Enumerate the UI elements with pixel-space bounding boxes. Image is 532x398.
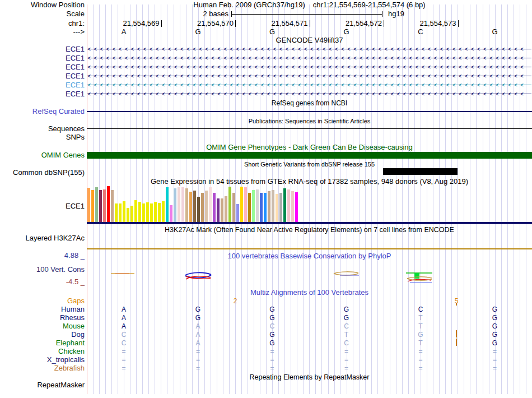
gtex-bar [150, 203, 153, 222]
phylop-max-value: 4.88 _ [0, 252, 85, 260]
range-title: chr1:21,554,569-21,554,574 (6 bp) [313, 1, 426, 9]
gtex-baseline [87, 222, 532, 224]
track-label-refseq-curated[interactable]: RefSeq Curated [0, 108, 85, 115]
gtex-bar [205, 191, 208, 222]
multiz-cell: = [193, 356, 204, 364]
gtex-bar [248, 193, 251, 222]
gtex-bar [225, 196, 227, 222]
transcript-row[interactable]: <<<<<<<<<<<<<<<<<<<<<<<<<<<<<<<<<<<<<<<<… [87, 54, 531, 62]
multiz-cell: = [193, 348, 204, 355]
gtex-bar [256, 189, 259, 222]
multiz-cell: = [489, 356, 501, 364]
gencode-item-label[interactable]: ECE1 [0, 90, 85, 98]
track-label-snps[interactable]: SNPs [0, 133, 85, 141]
track-label-sequences[interactable]: Sequences [0, 125, 85, 133]
strand-label: ---> [0, 28, 85, 36]
gtex-expression-chart[interactable] [87, 185, 300, 222]
species-label[interactable]: Chicken [0, 348, 85, 355]
multiz-cell: G [193, 306, 204, 313]
phylop-mark-4[interactable] [405, 271, 433, 284]
coordinate-label: 21,554,570 [160, 20, 234, 27]
multiz-cell: A [193, 331, 204, 339]
gencode-item-label[interactable]: ECE1 [0, 72, 85, 80]
track-label-gaps[interactable]: Gaps [0, 297, 85, 305]
dbsnp-variant-bar[interactable] [383, 168, 458, 175]
transcript-row[interactable]: <<<<<<<<<<<<<<<<<<<<<<<<<<<<<<<<<<<<<<<<… [87, 63, 531, 71]
phylop-mark-1[interactable] [110, 272, 135, 276]
gtex-bar [283, 188, 286, 222]
base-letter: A [118, 28, 129, 36]
track-label-dbsnp[interactable]: Common dbSNP(155) [0, 169, 85, 177]
gencode-item-label[interactable]: ECE1 [0, 45, 85, 53]
species-label[interactable]: Rhesus [0, 314, 85, 322]
gtex-bar [123, 201, 125, 222]
track-label-gtex-gene[interactable]: ECE1 [0, 202, 85, 210]
gtex-bar [115, 203, 118, 222]
multiz-cell: G [267, 339, 278, 347]
multiz-cell: T [415, 322, 426, 330]
refseq-curated-item[interactable] [87, 111, 532, 112]
gtex-bar [87, 188, 90, 222]
species-label[interactable]: Dog [0, 331, 85, 339]
browser-position-title: Human Feb. 2009 (GRCh37/hg19)chr1:21,554… [87, 1, 532, 9]
track-title-refseq: RefSeq genes from NCBI [87, 99, 532, 107]
multiz-cell: = [415, 364, 426, 372]
gencode-item-label[interactable]: ECE1 [0, 63, 85, 71]
gtex-bar [130, 206, 133, 222]
species-label[interactable]: Human [0, 306, 85, 313]
track-label-omim[interactable]: OMIM Genes [0, 151, 85, 159]
chrom-label: chr1: [0, 20, 85, 27]
transcript-row[interactable]: <<<<<<<<<<<<<<<<<<<<<<<<<<<<<<<<<<<<<<<<… [87, 72, 531, 80]
gtex-bar [276, 194, 278, 222]
gtex-bar [193, 191, 196, 222]
track-title-dbsnp: Short Genetic Variants from dbSNP releas… [87, 160, 532, 168]
omim-gene-bar[interactable] [87, 152, 532, 159]
multiz-cell: A [193, 339, 204, 347]
scale-genome: hg19 [388, 10, 404, 18]
species-label[interactable]: X_tropicalis [0, 356, 85, 364]
track-label-h3k27ac[interactable]: Layered H3K27Ac [0, 234, 85, 242]
multiz-cell: = [267, 348, 278, 355]
multiz-cell: G [489, 322, 501, 330]
track-label-repeatmasker[interactable]: RepeatMasker [0, 381, 85, 389]
transcript-row[interactable]: <<<<<<<<<<<<<<<<<<<<<<<<<<<<<<<<<<<<<<<<… [87, 45, 531, 53]
base-letter: G [193, 28, 204, 36]
gtex-bar [240, 187, 243, 222]
gencode-item-label[interactable]: ECE1 [0, 54, 85, 62]
assembly-title: Human Feb. 2009 (GRCh37/hg19) [193, 1, 305, 9]
gencode-item-label[interactable]: ECE1 [0, 81, 85, 89]
gtex-bar [279, 193, 282, 222]
gtex-bar [213, 193, 216, 222]
gtex-bar [166, 187, 169, 222]
phylop-mark-3[interactable] [333, 271, 360, 277]
strand-arrows: <<<<<<<<<<<<<<<<<<<<<<<<<<<<<<<<<<<<<<<<… [87, 90, 526, 98]
gtex-bar [244, 187, 247, 222]
species-label[interactable]: Mouse [0, 322, 85, 330]
gap-indicator-bar [456, 339, 457, 346]
gtex-bar [119, 203, 122, 222]
gtex-bar [228, 187, 231, 222]
multiz-cell: G [489, 306, 501, 313]
transcript-row[interactable]: <<<<<<<<<<<<<<<<<<<<<<<<<<<<<<<<<<<<<<<<… [87, 81, 531, 89]
multiz-cell: = [489, 348, 501, 355]
gtex-bar [138, 202, 141, 222]
gtex-bar [127, 208, 129, 222]
multiz-cell: C [415, 306, 426, 313]
gtex-bar [111, 190, 114, 222]
phylop-mark-2[interactable] [185, 271, 212, 282]
multiz-cell: C [118, 331, 129, 339]
gtex-bar [170, 205, 172, 222]
gtex-bar [146, 202, 149, 222]
scale-bar [231, 11, 382, 17]
species-label[interactable]: Elephant [0, 339, 85, 347]
gtex-bar [158, 203, 161, 222]
sequences-item[interactable] [87, 128, 532, 129]
multiz-cell: = [415, 356, 426, 364]
species-label[interactable]: Zebrafish [0, 364, 85, 372]
track-label-conservation[interactable]: 100 Vert. Cons [0, 266, 85, 274]
coordinate-label: 21,554,569 [86, 20, 160, 27]
track-title-publications: Publications: Sequences in Scientific Ar… [87, 117, 532, 125]
base-letter: C [415, 28, 426, 36]
multiz-cell: T [415, 314, 426, 322]
transcript-row[interactable]: <<<<<<<<<<<<<<<<<<<<<<<<<<<<<<<<<<<<<<<<… [87, 90, 531, 98]
